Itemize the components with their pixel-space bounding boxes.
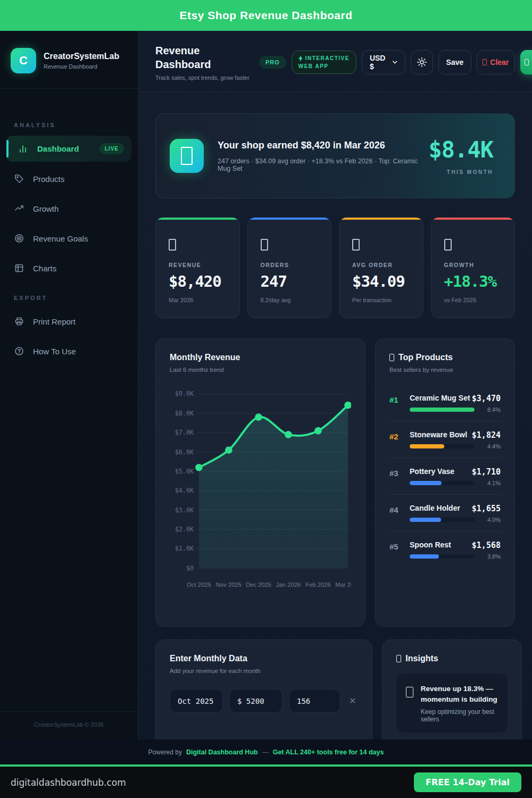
bottom-bar: digitaldashboardhub.com FREE 14-Day Tria… (0, 767, 532, 798)
powered-by-brand-link[interactable]: Digital Dashboard Hub (186, 749, 258, 756)
product-name: Stoneware Bowl (410, 430, 472, 439)
insights-title: Insights (396, 654, 508, 663)
powered-by-prefix: Powered by (148, 749, 182, 756)
product-value: $1,710 (472, 467, 501, 477)
hero-icon (170, 139, 204, 173)
theme-toggle-button[interactable] (411, 50, 433, 74)
free-trial-button[interactable]: FREE 14-Day Trial (414, 772, 521, 792)
top-banner: Etsy Shop Revenue Dashboard (0, 0, 532, 31)
remove-row-button[interactable]: ✕ (347, 694, 358, 708)
charts-row: Monthly Revenue Last 6 months trend $0$1… (155, 338, 515, 627)
sidebar-item-label: Dashboard (37, 144, 79, 153)
sidebar-item-label: Print Report (33, 317, 76, 326)
insight-item-text: Keep optimizing your best sellers (421, 708, 498, 723)
product-bar-track (410, 481, 475, 485)
target-icon (14, 233, 24, 244)
print-button[interactable]: Print (520, 50, 532, 74)
chart-subtitle: Last 6 months trend (170, 367, 351, 373)
product-bar-fill (410, 554, 439, 559)
svg-text:$7.0K: $7.0K (175, 429, 194, 436)
stat-value: 247 (261, 272, 319, 290)
brand-initial: C (19, 54, 28, 68)
sidebar-item-dashboard[interactable]: Dashboard LIVE (6, 136, 131, 162)
svg-text:Oct 2025: Oct 2025 (187, 581, 211, 588)
tag-icon (14, 173, 24, 184)
clear-button[interactable]: Clear (477, 50, 515, 74)
stat-cards: REVENUE $8,420 Mar 2026 ORDERS 247 8.2/d… (155, 217, 515, 318)
stat-accent-strip (339, 218, 423, 220)
svg-text:$1.0K: $1.0K (175, 545, 194, 552)
product-pct: 8.4% (472, 406, 501, 413)
svg-text:$3.0K: $3.0K (175, 506, 194, 514)
insights-card: Insights Revenue up 18.3% — momentum is … (382, 639, 522, 739)
currency-select[interactable]: USD $ (362, 50, 405, 74)
svg-text:Nov 2025: Nov 2025 (216, 581, 242, 588)
sidebar-item-revenue-goals[interactable]: Revenue Goals (6, 226, 131, 251)
stat-card-avg-order: AVG ORDER $34.09 Per transaction (339, 217, 423, 318)
sidebar-item-label: Charts (33, 264, 56, 273)
products-title: Top Products (389, 353, 501, 362)
brand-subtitle: Revenue Dashboard (44, 63, 119, 70)
sun-icon (417, 57, 427, 68)
currency-value: USD $ (370, 54, 386, 71)
product-value: $1,655 (472, 504, 501, 513)
stat-value: +18.3% (444, 272, 502, 290)
svg-text:$9.0K: $9.0K (175, 390, 194, 397)
interactive-web-app-badge: INTERACTIVE WEB APP (292, 51, 356, 74)
sidebar-item-print-report[interactable]: Print Report (6, 309, 131, 334)
site-url: digitaldashboardhub.com (11, 777, 126, 788)
brand: C CreatorSystemLab Revenue Dashboard (0, 31, 138, 89)
stat-sub: 8.2/day avg (261, 297, 319, 303)
pro-badge: PRO (259, 56, 286, 69)
stat-label: REVENUE (169, 262, 227, 268)
bar-chart-icon (18, 144, 29, 154)
brand-logo: C (11, 48, 36, 73)
product-bar-fill (410, 408, 475, 412)
chevron-down-icon (393, 60, 397, 64)
product-bar-fill (410, 481, 442, 485)
printer-icon (14, 316, 24, 327)
sidebar-item-products[interactable]: Products (6, 166, 131, 192)
entry-title: Enter Monthly Data (170, 654, 358, 663)
stat-sub: Mar 2026 (169, 297, 227, 303)
close-icon: ✕ (349, 696, 356, 705)
help-icon (14, 346, 24, 356)
rocket-glyph-icon (406, 684, 413, 723)
product-bar-fill (410, 518, 441, 522)
sidebar-footer: CreatorSystemLab © 2026 (0, 711, 138, 739)
svg-text:$0: $0 (186, 564, 194, 572)
stat-label: GROWTH (444, 262, 502, 268)
entry-subtitle: Add your revenue for each month (170, 668, 358, 674)
orders-input[interactable] (289, 689, 340, 713)
sidebar-item-charts[interactable]: Charts (6, 255, 131, 281)
entry-row: ✕ (170, 689, 358, 713)
lightning-bolt-icon (298, 55, 303, 62)
product-rank: #4 (389, 504, 410, 514)
page-subtitle: Track sales, spot trends, grow faster (155, 74, 250, 81)
sidebar-item-how-to-use[interactable]: How To Use (6, 338, 131, 364)
stat-accent-strip (248, 218, 331, 220)
svg-text:Jan 2026: Jan 2026 (276, 581, 301, 588)
stat-sub: Per transaction (352, 297, 410, 303)
nav-section-analysis: ANALYSIS (6, 122, 131, 128)
hero-title: Your shop earned $8,420 in Mar 2026 (218, 140, 429, 151)
main-header: Revenue Dashboard Track sales, spot tren… (138, 31, 532, 92)
month-input[interactable] (170, 689, 223, 713)
save-button[interactable]: Save (438, 50, 471, 74)
revenue-input[interactable] (229, 689, 282, 713)
clear-label: Clear (490, 58, 509, 66)
sidebar-item-growth[interactable]: Growth (6, 196, 131, 221)
product-rank: #2 (389, 430, 410, 441)
main-area: Revenue Dashboard Track sales, spot tren… (138, 31, 532, 739)
bulb-glyph-icon (396, 655, 401, 662)
product-pct: 4.1% (472, 480, 501, 486)
products-subtitle: Best sellers by revenue (389, 367, 501, 373)
product-row: #2 Stoneware Bowl $1,824 4.4% (389, 421, 501, 458)
revenue-glyph-icon (169, 237, 227, 252)
enter-monthly-data-card: Enter Monthly Data Add your revenue for … (155, 639, 372, 739)
app-frame: C CreatorSystemLab Revenue Dashboard ANA… (0, 31, 532, 739)
nav-section-export: EXPORT (6, 295, 131, 301)
powered-by-cta-link[interactable]: Get ALL 240+ tools free for 14 days (273, 749, 384, 756)
stat-card-growth: GROWTH +18.3% vs Feb 2026 (431, 217, 516, 318)
stat-card-revenue: REVENUE $8,420 Mar 2026 (155, 217, 240, 318)
